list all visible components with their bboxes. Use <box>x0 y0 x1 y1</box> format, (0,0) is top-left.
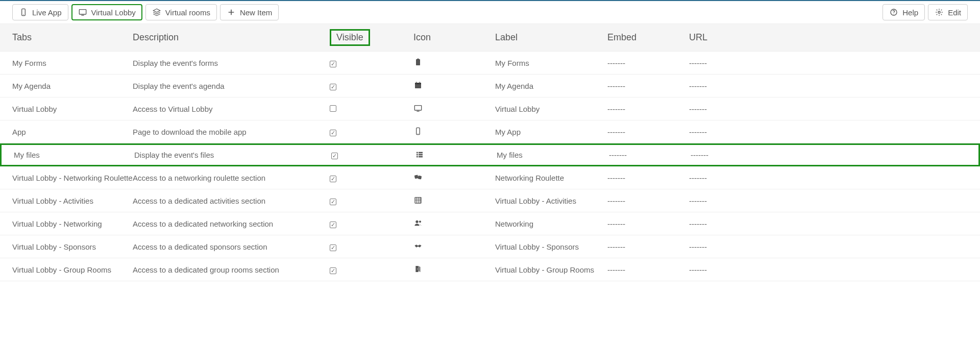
cell-visible[interactable] <box>322 59 413 67</box>
door-icon <box>413 264 423 274</box>
visible-checkbox[interactable] <box>330 222 336 228</box>
plus-icon <box>227 8 236 17</box>
cell-tabs: My Forms <box>0 59 133 67</box>
toolbar: Live App Virtual Lobby Virtual rooms New… <box>0 1 980 23</box>
cell-description: Access to a dedicated networking section <box>133 219 322 228</box>
virtual-rooms-label: Virtual rooms <box>165 8 210 17</box>
virtual-rooms-button[interactable]: Virtual rooms <box>145 4 217 20</box>
mobile-icon <box>19 8 28 17</box>
table-row[interactable]: My files Display the event's files My fi… <box>0 143 980 166</box>
cell-icon <box>415 150 497 160</box>
cell-embed: ------- <box>607 59 689 67</box>
edit-button[interactable]: Edit <box>928 4 968 20</box>
help-button[interactable]: Help <box>883 4 925 20</box>
visible-checkbox[interactable] <box>330 199 336 205</box>
table-row[interactable]: Virtual Lobby - Networking Roulette Acce… <box>0 166 980 189</box>
cell-description: Page to download the mobile app <box>133 128 322 136</box>
virtual-lobby-button[interactable]: Virtual Lobby <box>71 4 142 20</box>
table-row[interactable]: Virtual Lobby - Activities Access to a d… <box>0 189 980 212</box>
cell-icon <box>413 58 495 68</box>
cell-description: Access to a dedicated sponsors section <box>133 242 322 251</box>
cell-embed: ------- <box>607 242 689 251</box>
cell-embed: ------- <box>607 82 689 90</box>
layers-icon <box>152 8 161 17</box>
cell-embed: ------- <box>609 151 691 159</box>
cell-tabs: My files <box>2 151 134 159</box>
visible-checkbox[interactable] <box>330 267 336 274</box>
cell-icon <box>413 241 495 252</box>
table-row[interactable]: App Page to download the mobile app My A… <box>0 120 980 143</box>
scroll-stub <box>0 281 980 339</box>
cell-label: Networking Roulette <box>495 174 607 182</box>
cell-embed: ------- <box>607 197 689 205</box>
cell-tabs: Virtual Lobby - Networking Roulette <box>0 174 133 182</box>
list-icon <box>415 150 424 159</box>
new-item-button[interactable]: New Item <box>220 4 279 20</box>
cell-description: Access to a networking roulette section <box>133 174 322 182</box>
monitor-icon <box>413 104 423 113</box>
table-row[interactable]: Virtual Lobby Access to Virtual Lobby Vi… <box>0 97 980 120</box>
cell-visible[interactable] <box>322 105 413 113</box>
col-header-embed: Embed <box>607 32 689 43</box>
cell-visible[interactable] <box>322 242 413 251</box>
visible-checkbox[interactable] <box>330 61 336 67</box>
live-app-button[interactable]: Live App <box>12 4 68 20</box>
col-header-icon: Icon <box>413 32 495 43</box>
help-icon <box>889 8 898 17</box>
cell-visible[interactable] <box>322 128 413 136</box>
col-header-url: URL <box>689 32 781 43</box>
cell-description: Display the event's agenda <box>133 82 322 90</box>
table-row[interactable]: My Forms Display the event's forms My Fo… <box>0 52 980 75</box>
users-icon <box>413 218 423 228</box>
gear-icon <box>935 8 944 17</box>
cell-label: Virtual Lobby <box>495 105 607 113</box>
cell-icon <box>413 127 495 137</box>
cell-description: Access to Virtual Lobby <box>133 105 322 113</box>
visible-checkbox[interactable] <box>330 176 336 182</box>
table-row[interactable]: Virtual Lobby - Group Rooms Access to a … <box>0 258 980 281</box>
cell-tabs: Virtual Lobby - Sponsors <box>0 242 133 251</box>
cell-description: Access to a dedicated activities section <box>133 197 322 205</box>
cell-url: ------- <box>689 82 781 90</box>
visible-checkbox[interactable] <box>330 84 336 90</box>
visible-checkbox[interactable] <box>330 105 336 112</box>
table-row[interactable]: Virtual Lobby - Sponsors Access to a ded… <box>0 235 980 258</box>
cell-icon <box>413 264 495 275</box>
cell-icon <box>413 104 495 114</box>
table-row[interactable]: My Agenda Display the event's agenda My … <box>0 75 980 97</box>
cell-embed: ------- <box>607 174 689 182</box>
calendar-grid-icon <box>413 196 423 205</box>
cell-label: Virtual Lobby - Group Rooms <box>495 265 607 274</box>
cell-icon <box>413 196 495 206</box>
cell-url: ------- <box>689 197 781 205</box>
edit-label: Edit <box>948 8 961 17</box>
cell-url: ------- <box>689 128 781 136</box>
cell-embed: ------- <box>607 105 689 113</box>
cell-visible[interactable] <box>322 82 413 90</box>
cell-description: Display the event's files <box>134 151 323 159</box>
visible-checkbox[interactable] <box>330 130 336 136</box>
cell-visible[interactable] <box>322 219 413 228</box>
cell-embed: ------- <box>607 128 689 136</box>
mobile-icon <box>413 127 423 136</box>
cell-tabs: Virtual Lobby - Group Rooms <box>0 265 133 274</box>
cell-label: My Agenda <box>495 82 607 90</box>
cell-label: Networking <box>495 219 607 228</box>
dice-icon <box>413 173 423 182</box>
cell-visible[interactable] <box>323 151 415 159</box>
visible-checkbox[interactable] <box>330 245 336 251</box>
help-label: Help <box>902 8 918 17</box>
cell-visible[interactable] <box>322 174 413 182</box>
cell-label: My App <box>495 128 607 136</box>
virtual-lobby-label: Virtual Lobby <box>91 8 136 17</box>
table-scroll[interactable]: Tabs Description Visible Icon Label Embe… <box>0 23 980 339</box>
cell-url: ------- <box>689 242 781 251</box>
cell-tabs: App <box>0 128 133 136</box>
cell-visible[interactable] <box>322 197 413 205</box>
cell-url: ------- <box>691 151 782 159</box>
cell-url: ------- <box>689 105 781 113</box>
table-row[interactable]: Virtual Lobby - Networking Access to a d… <box>0 212 980 235</box>
visible-checkbox[interactable] <box>331 153 338 159</box>
cell-visible[interactable] <box>322 265 413 274</box>
cell-label: My Forms <box>495 59 607 67</box>
